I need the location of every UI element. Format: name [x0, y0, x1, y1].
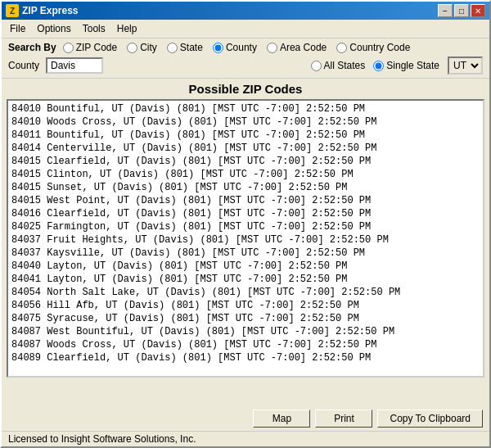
state-options: All States Single State UT AL AK AZ CA: [311, 57, 483, 75]
list-item: 84011 Bountiful, UT (Davis) (801) [MST U…: [11, 129, 480, 142]
minimize-button[interactable]: −: [438, 4, 453, 17]
main-window: Z ZIP Express − □ ✕ File Options Tools H…: [0, 0, 491, 448]
menu-bar: File Options Tools Help: [2, 20, 489, 38]
search-by-row: Search By ZIP Code City State County Are…: [8, 42, 483, 53]
list-item: 84041 Layton, UT (Davis) (801) [MST UTC …: [11, 273, 480, 286]
status-text: Licensed to Insight Software Solutions, …: [8, 433, 196, 445]
copy-to-clipboard-button[interactable]: Copy To Clipboard: [377, 410, 483, 428]
county-input[interactable]: [46, 57, 103, 74]
maximize-button[interactable]: □: [454, 4, 469, 17]
list-item: 84025 Farmington, UT (Davis) (801) [MST …: [11, 220, 480, 233]
main-content: Possible ZIP Codes 84010 Bountiful, UT (…: [2, 79, 489, 406]
list-item: 84087 Woods Cross, UT (Davis) (801) [MST…: [11, 338, 480, 351]
app-title: ZIP Express: [22, 5, 78, 16]
radio-allstates[interactable]: All States: [311, 60, 366, 71]
list-item: 84089 Clearfield, UT (Davis) (801) [MST …: [11, 351, 480, 364]
radio-areacode-input[interactable]: [267, 43, 277, 53]
list-item: 84075 Syracuse, UT (Davis) (801) [MST UT…: [11, 312, 480, 325]
radio-singlestate-input[interactable]: [373, 61, 384, 71]
list-item: 84016 Clearfield, UT (Davis) (801) [MST …: [11, 207, 480, 220]
radio-state[interactable]: State: [167, 42, 203, 53]
title-bar: Z ZIP Express − □ ✕: [2, 2, 489, 20]
radio-countrycode-input[interactable]: [336, 43, 347, 53]
radio-county[interactable]: County: [213, 42, 257, 53]
radio-state-input[interactable]: [167, 43, 178, 53]
list-item: 84010 Woods Cross, UT (Davis) (801) [MST…: [11, 115, 480, 129]
toolbar: Search By ZIP Code City State County Are…: [2, 38, 489, 79]
title-bar-buttons: − □ ✕: [438, 4, 485, 17]
list-item: 84054 North Salt Lake, UT (Davis) (801) …: [11, 286, 480, 299]
search-by-options: ZIP Code City State County Area Code Cou…: [63, 42, 411, 53]
radio-countrycode[interactable]: Country Code: [336, 42, 410, 53]
section-title: Possible ZIP Codes: [7, 82, 484, 96]
state-select[interactable]: UT AL AK AZ CA: [448, 57, 483, 75]
radio-county-input[interactable]: [213, 43, 223, 53]
radio-zipcode[interactable]: ZIP Code: [63, 42, 117, 53]
radio-allstates-input[interactable]: [311, 61, 322, 71]
status-bar: Licensed to Insight Software Solutions, …: [2, 431, 489, 446]
radio-zipcode-input[interactable]: [63, 43, 74, 53]
bottom-bar: Map Print Copy To Clipboard: [2, 406, 489, 431]
menu-options[interactable]: Options: [32, 21, 75, 36]
app-icon: Z: [6, 4, 19, 17]
results-list[interactable]: 84010 Bountiful, UT (Davis) (801) [MST U…: [7, 99, 484, 378]
menu-tools[interactable]: Tools: [78, 21, 110, 36]
county-row: County All States Single State UT AL AK …: [8, 57, 483, 75]
radio-city[interactable]: City: [127, 42, 157, 53]
close-button[interactable]: ✕: [471, 4, 485, 17]
list-item: 84087 West Bountiful, UT (Davis) (801) […: [11, 325, 480, 338]
list-item: 84015 Clinton, UT (Davis) (801) [MST UTC…: [11, 168, 480, 181]
list-item: 84015 Clearfield, UT (Davis) (801) [MST …: [11, 155, 480, 168]
list-item: 84037 Kaysville, UT (Davis) (801) [MST U…: [11, 247, 480, 260]
radio-city-input[interactable]: [127, 43, 137, 53]
radio-singlestate[interactable]: Single State: [373, 60, 439, 71]
list-item: 84015 West Point, UT (Davis) (801) [MST …: [11, 194, 480, 207]
search-by-label: Search By: [8, 42, 56, 53]
list-item: 84056 Hill Afb, UT (Davis) (801) [MST UT…: [11, 299, 480, 312]
menu-file[interactable]: File: [5, 21, 30, 36]
list-item: 84010 Bountiful, UT (Davis) (801) [MST U…: [11, 102, 480, 115]
radio-areacode[interactable]: Area Code: [267, 42, 327, 53]
print-button[interactable]: Print: [315, 410, 372, 428]
list-item: 84037 Fruit Heights, UT (Davis) (801) [M…: [11, 233, 480, 247]
list-item: 84014 Centerville, UT (Davis) (801) [MST…: [11, 142, 480, 155]
title-bar-left: Z ZIP Express: [6, 4, 78, 17]
list-item: 84015 Sunset, UT (Davis) (801) [MST UTC …: [11, 181, 480, 194]
list-item: 84040 Layton, UT (Davis) (801) [MST UTC …: [11, 260, 480, 273]
menu-help[interactable]: Help: [112, 21, 142, 36]
map-button[interactable]: Map: [253, 410, 310, 428]
county-label: County: [8, 60, 39, 71]
